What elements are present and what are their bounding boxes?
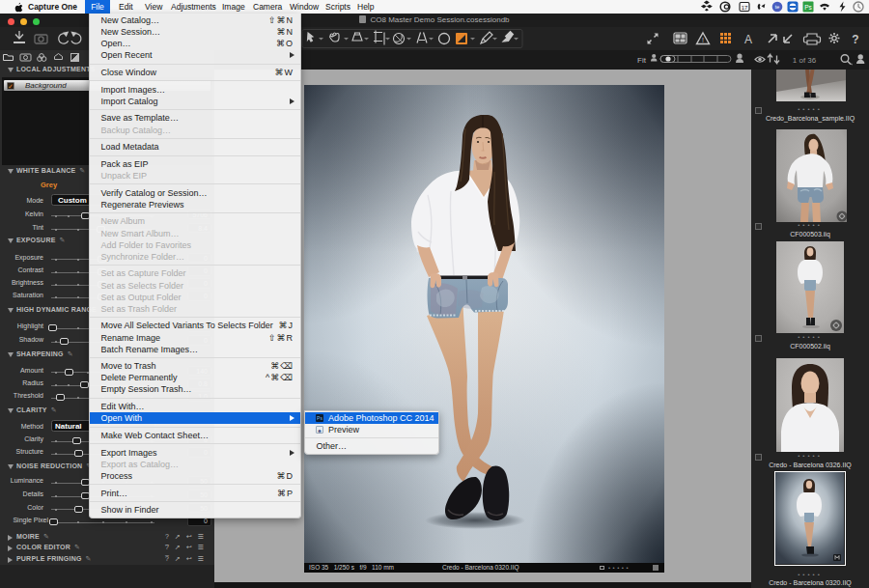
svg-text:?: ? <box>852 33 858 46</box>
svg-text:Fit: Fit <box>637 56 647 65</box>
svg-text:Ps: Ps <box>804 4 812 11</box>
svg-text:17: 17 <box>742 5 748 11</box>
svg-text:!: ! <box>702 37 704 43</box>
svg-text:te: te <box>775 4 780 10</box>
svg-text:A: A <box>744 33 752 46</box>
svg-text:1 of 36: 1 of 36 <box>793 56 817 65</box>
